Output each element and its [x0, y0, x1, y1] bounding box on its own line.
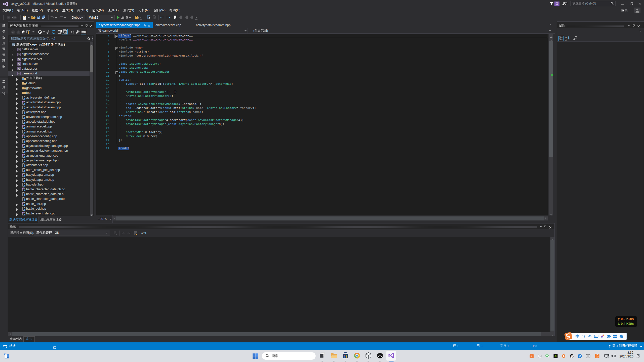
svg-text:z: z — [639, 354, 640, 355]
svg-text:Z: Z — [565, 38, 567, 41]
svg-text:A: A — [565, 36, 567, 39]
svg-text:ab: ab — [141, 232, 144, 235]
